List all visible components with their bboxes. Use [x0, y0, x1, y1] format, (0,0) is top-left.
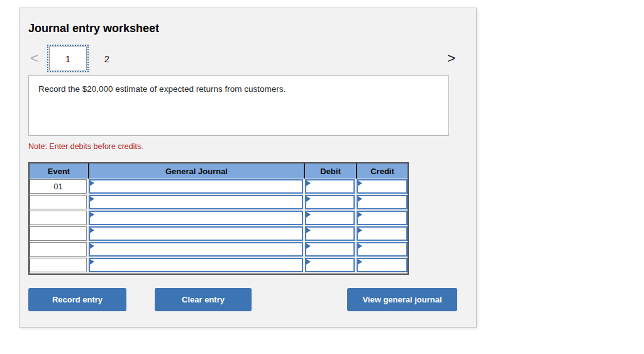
journal-account-input[interactable]: [89, 179, 303, 194]
event-cell: [30, 211, 87, 225]
input-flag-icon: [358, 196, 362, 202]
event-cell: [30, 195, 87, 209]
credit-input[interactable]: [357, 258, 408, 272]
table-row: [30, 226, 408, 241]
chevron-left-icon[interactable]: <: [30, 52, 38, 65]
input-flag-icon: [358, 228, 362, 234]
page-tab-1-label: 1: [65, 53, 70, 64]
header-general-journal: General Journal: [88, 163, 304, 179]
table-header-row: Event General Journal Debit Credit: [30, 163, 408, 179]
debit-input[interactable]: [305, 195, 355, 209]
input-flag-icon: [306, 196, 311, 202]
chevron-right-icon[interactable]: >: [447, 52, 455, 65]
event-cell: [30, 226, 87, 241]
input-flag-icon: [306, 180, 311, 187]
page-title: Journal entry worksheet: [28, 22, 159, 35]
input-flag-icon: [90, 228, 94, 234]
input-flag-icon: [306, 243, 311, 250]
input-flag-icon: [90, 212, 94, 218]
journal-entry-table: Event General Journal Debit Credit 01: [28, 162, 409, 275]
table-row: [30, 242, 408, 257]
credit-input[interactable]: [357, 195, 408, 209]
page-tab-2-label: 2: [104, 53, 109, 64]
debit-input[interactable]: [305, 179, 355, 194]
header-debit: Debit: [304, 163, 356, 179]
input-flag-icon: [358, 259, 362, 265]
journal-account-input[interactable]: [89, 242, 303, 257]
event-cell: [30, 242, 87, 257]
page-tab-1[interactable]: 1: [49, 47, 87, 70]
event-cell: [30, 258, 87, 272]
table-row: [30, 195, 408, 209]
table-row: [30, 211, 408, 225]
input-flag-icon: [306, 212, 311, 218]
input-flag-icon: [90, 196, 94, 202]
transaction-description-text: Record the $20,000 estimate of expected …: [38, 84, 286, 94]
credit-input[interactable]: [357, 242, 408, 257]
table-body: 01: [30, 179, 408, 274]
input-flag-icon: [358, 212, 362, 218]
credit-input[interactable]: [357, 179, 408, 194]
journal-account-input[interactable]: [89, 258, 303, 272]
journal-account-input[interactable]: [89, 211, 303, 225]
view-general-journal-button[interactable]: View general journal: [347, 288, 457, 311]
credit-input[interactable]: [357, 211, 408, 225]
transaction-description-box: Record the $20,000 estimate of expected …: [28, 75, 449, 136]
debit-input[interactable]: [305, 258, 355, 272]
input-flag-icon: [306, 259, 311, 265]
event-cell: 01: [30, 179, 87, 194]
clear-entry-button[interactable]: Clear entry: [155, 288, 252, 311]
debits-note: Note: Enter debits before credits.: [28, 142, 143, 151]
debit-input[interactable]: [305, 226, 355, 241]
input-flag-icon: [90, 243, 94, 250]
header-event: Event: [30, 163, 88, 179]
input-flag-icon: [90, 259, 94, 265]
input-flag-icon: [358, 243, 362, 250]
record-entry-button[interactable]: Record entry: [28, 288, 126, 311]
input-flag-icon: [358, 180, 362, 187]
input-flag-icon: [90, 180, 94, 187]
journal-entry-worksheet-panel: Journal entry worksheet < 1 2 > Record t…: [19, 8, 477, 328]
header-credit: Credit: [356, 163, 408, 179]
credit-input[interactable]: [357, 226, 408, 241]
debit-input[interactable]: [305, 211, 355, 225]
journal-account-input[interactable]: [89, 195, 303, 209]
pagination: < 1 2 >: [28, 47, 455, 70]
page-tab-2[interactable]: 2: [95, 47, 119, 70]
input-flag-icon: [306, 228, 311, 234]
journal-account-input[interactable]: [89, 226, 303, 241]
table-row: 01: [30, 179, 408, 194]
table-row: [30, 258, 408, 272]
debit-input[interactable]: [305, 242, 355, 257]
